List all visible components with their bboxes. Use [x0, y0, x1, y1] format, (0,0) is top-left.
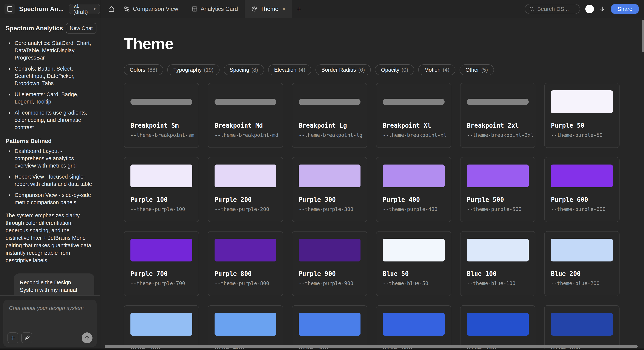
token-card[interactable]: Blue 100 --theme-blue-100 [460, 231, 536, 296]
token-name: Purple 900 [299, 270, 360, 277]
token-card[interactable]: Purple 100 --theme-purple-100 [124, 157, 199, 222]
swatch-zone [214, 164, 276, 187]
token-card[interactable]: Blue 50 --theme-blue-50 [376, 231, 451, 296]
vertical-scrollbar[interactable] [642, 20, 644, 52]
token-name: Blue 100 [467, 270, 529, 277]
color-swatch [383, 164, 444, 187]
swatch-zone [130, 90, 192, 113]
token-card[interactable]: Purple 600 --theme-purple-600 [544, 157, 620, 222]
color-swatch [130, 164, 192, 187]
sidebar-header: Spectrum Analytics New Chat [0, 18, 100, 35]
color-swatch [467, 239, 529, 261]
brush-button[interactable] [21, 332, 32, 343]
tab-list: Comparison View Analytics Card Theme × [117, 0, 292, 18]
token-card[interactable]: Blue 700 --theme-blue-700 [460, 305, 536, 350]
swatch-zone [214, 90, 276, 113]
home-icon [108, 6, 114, 12]
horizontal-scrollbar[interactable] [105, 345, 638, 348]
swatch-zone [299, 90, 360, 113]
token-card[interactable]: Breakpoint 2xl --theme-breakpoint-2xl [460, 83, 536, 148]
token-variable: --theme-purple-600 [551, 206, 613, 212]
token-card[interactable]: Blue 300 --theme-blue-300 [124, 305, 199, 350]
new-chat-button[interactable]: New Chat [66, 23, 96, 34]
swatch-zone [467, 239, 529, 261]
chip-label: Other [466, 67, 479, 73]
filter-chip[interactable]: Colors (88) [124, 64, 163, 75]
token-card[interactable]: Blue 600 --theme-blue-600 [376, 305, 451, 350]
token-card[interactable]: Blue 400 --theme-blue-400 [208, 305, 283, 350]
version-dropdown[interactable]: v1 (draft) ▾ [69, 4, 100, 14]
list-item: Controls: Button, Select, SearchInput, D… [13, 65, 94, 87]
filter-chip[interactable]: Spacing (8) [224, 64, 264, 75]
swatch-zone [214, 239, 276, 261]
token-card[interactable]: Breakpoint Md --theme-breakpoint-md [208, 83, 283, 148]
token-card[interactable]: Breakpoint Lg --theme-breakpoint-lg [292, 83, 367, 148]
filter-chip[interactable]: Motion (4) [418, 64, 456, 75]
token-card[interactable]: Blue 200 --theme-blue-200 [544, 231, 620, 296]
download-arrow-icon[interactable] [599, 6, 606, 12]
token-card[interactable]: Blue 500 --theme-blue-500 [292, 305, 367, 350]
token-card[interactable]: Breakpoint Xl --theme-breakpoint-xl [376, 83, 451, 148]
attach-button[interactable]: + [8, 332, 18, 343]
token-card[interactable]: Blue 800 --theme-blue-800 [544, 305, 620, 350]
tab-analytics-card[interactable]: Analytics Card [185, 0, 245, 18]
swatch-zone [383, 239, 444, 261]
swatch-zone [467, 313, 529, 335]
token-card[interactable]: Purple 500 --theme-purple-500 [460, 157, 536, 222]
search-icon [529, 6, 534, 12]
swatch-zone [130, 313, 192, 335]
token-name: Purple 500 [467, 196, 529, 203]
token-card[interactable]: Purple 900 --theme-purple-900 [292, 231, 367, 296]
filter-chip[interactable]: Border Radius (6) [316, 64, 371, 75]
app-title: Spectrum An... [19, 5, 64, 13]
token-card[interactable]: Purple 300 --theme-purple-300 [292, 157, 367, 222]
token-name: Breakpoint Xl [383, 122, 444, 129]
tab-close-icon[interactable]: × [282, 6, 286, 12]
token-card[interactable]: Purple 50 --theme-purple-50 [544, 83, 620, 148]
color-swatch [214, 313, 276, 335]
avatar[interactable] [585, 5, 594, 13]
chip-label: Elevation [274, 67, 296, 73]
list-item: Dashboard Layout - comprehensive analyti… [13, 147, 94, 169]
color-swatch [130, 239, 192, 261]
token-variable: --theme-purple-900 [299, 280, 360, 286]
topbar-left: Spectrum An... v1 (draft) ▾ [0, 0, 100, 18]
token-variable: --theme-breakpoint-lg [299, 132, 360, 138]
chat-input[interactable]: Chat about your design system + [3, 300, 96, 347]
breakpoint-bar [130, 99, 192, 105]
token-card[interactable]: Purple 400 --theme-purple-400 [376, 157, 451, 222]
sidebar-toggle-button[interactable] [4, 4, 15, 14]
home-button[interactable] [106, 3, 117, 15]
new-tab-button[interactable]: + [292, 5, 306, 13]
chip-count: (88) [148, 67, 157, 73]
plus-icon: + [11, 334, 15, 341]
bottom-edge [0, 348, 644, 350]
token-cards-grid: Breakpoint Sm --theme-breakpoint-sm Brea… [124, 83, 644, 350]
filter-chip[interactable]: Other (5) [460, 64, 494, 75]
token-variable: --theme-purple-800 [214, 280, 276, 286]
swatch-zone [299, 313, 360, 335]
token-variable: --theme-breakpoint-2xl [467, 132, 529, 138]
chip-count: (6) [358, 67, 365, 73]
filter-chip[interactable]: Elevation (4) [268, 64, 311, 75]
token-card[interactable]: Purple 700 --theme-purple-700 [124, 231, 199, 296]
filter-chip[interactable]: Typography (19) [167, 64, 220, 75]
filter-chip[interactable]: Opacity (0) [375, 64, 414, 75]
search-input[interactable]: Search DS... [525, 4, 580, 14]
tab-theme[interactable]: Theme × [245, 0, 292, 18]
tab-comparison-view[interactable]: Comparison View [117, 0, 185, 18]
share-button[interactable]: Share [611, 4, 639, 14]
send-button[interactable] [82, 332, 92, 343]
token-card[interactable]: Purple 800 --theme-purple-800 [208, 231, 283, 296]
color-swatch [299, 164, 360, 187]
sidebar-title: Spectrum Analytics [6, 25, 63, 32]
chat-placeholder: Chat about your design system [9, 305, 91, 311]
chip-count: (4) [443, 67, 449, 73]
token-name: Breakpoint 2xl [467, 122, 529, 129]
chip-count: (0) [402, 67, 408, 73]
topbar: Spectrum An... v1 (draft) ▾ Comparison V… [0, 0, 644, 18]
token-card[interactable]: Purple 200 --theme-purple-200 [208, 157, 283, 222]
chip-label: Border Radius [322, 67, 356, 73]
tabs-region: Comparison View Analytics Card Theme × + [100, 0, 525, 18]
token-card[interactable]: Breakpoint Sm --theme-breakpoint-sm [124, 83, 199, 148]
